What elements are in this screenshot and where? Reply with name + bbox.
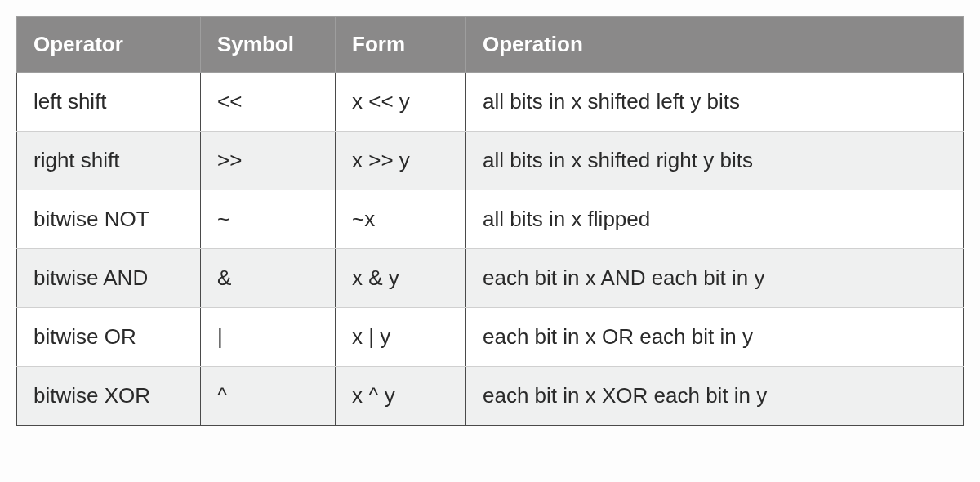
table-row: right shift >> x >> y all bits in x shif… (17, 132, 964, 190)
cell-form: x & y (336, 249, 466, 308)
cell-operator: bitwise OR (17, 308, 201, 367)
cell-symbol: << (201, 73, 336, 132)
cell-symbol: ~ (201, 190, 336, 249)
header-symbol: Symbol (201, 17, 336, 73)
cell-operation: each bit in x XOR each bit in y (466, 367, 964, 426)
table-row: bitwise XOR ^ x ^ y each bit in x XOR ea… (17, 367, 964, 426)
cell-symbol: & (201, 249, 336, 308)
table-row: bitwise AND & x & y each bit in x AND ea… (17, 249, 964, 308)
header-form: Form (336, 17, 466, 73)
cell-operator: bitwise XOR (17, 367, 201, 426)
cell-form: ~x (336, 190, 466, 249)
cell-form: x | y (336, 308, 466, 367)
cell-operation: each bit in x OR each bit in y (466, 308, 964, 367)
cell-operator: left shift (17, 73, 201, 132)
cell-operator: bitwise NOT (17, 190, 201, 249)
cell-form: x >> y (336, 132, 466, 190)
cell-symbol: >> (201, 132, 336, 190)
table-header-row: Operator Symbol Form Operation (17, 17, 964, 73)
cell-symbol: | (201, 308, 336, 367)
table-row: left shift << x << y all bits in x shift… (17, 73, 964, 132)
bitwise-operators-table: Operator Symbol Form Operation left shif… (16, 16, 964, 426)
table-row: bitwise OR | x | y each bit in x OR each… (17, 308, 964, 367)
header-operator: Operator (17, 17, 201, 73)
cell-symbol: ^ (201, 367, 336, 426)
cell-form: x << y (336, 73, 466, 132)
header-operation: Operation (466, 17, 964, 73)
cell-form: x ^ y (336, 367, 466, 426)
cell-operator: bitwise AND (17, 249, 201, 308)
cell-operation: all bits in x shifted left y bits (466, 73, 964, 132)
cell-operator: right shift (17, 132, 201, 190)
cell-operation: all bits in x flipped (466, 190, 964, 249)
cell-operation: each bit in x AND each bit in y (466, 249, 964, 308)
cell-operation: all bits in x shifted right y bits (466, 132, 964, 190)
table-row: bitwise NOT ~ ~x all bits in x flipped (17, 190, 964, 249)
